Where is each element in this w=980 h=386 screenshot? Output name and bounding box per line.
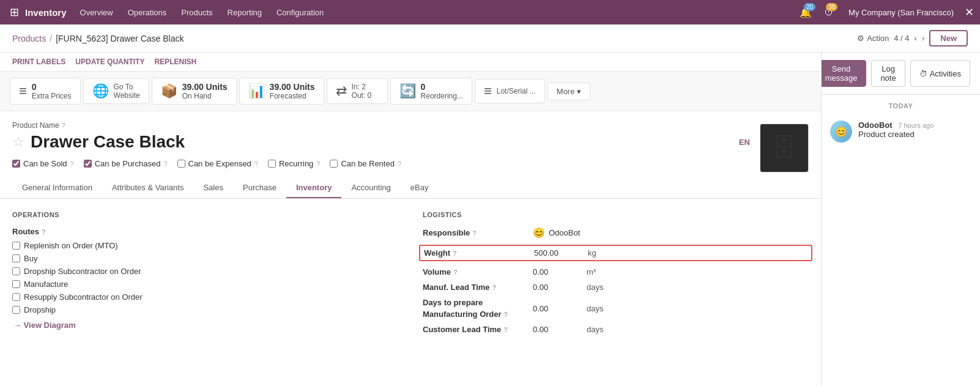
volume-value[interactable]: 0.00 — [533, 267, 582, 277]
inventory-tab-content: OPERATIONS Routes ? Replenish on Order (… — [12, 199, 809, 352]
lot-serial-button[interactable]: ≡ Lot/Serial ... — [475, 79, 545, 103]
right-panel: Send message Log note ⏱ Activities Today… — [821, 53, 980, 386]
list-icon: ≡ — [19, 83, 27, 99]
breadcrumb-bar: Products / [FURN_5623] Drawer Case Black… — [0, 24, 980, 53]
print-labels-button[interactable]: PRINT LABELS — [12, 58, 65, 66]
more-button[interactable]: More ▾ — [548, 83, 590, 100]
in-out-button[interactable]: ⇄ In: 2 Out: 0 — [327, 78, 388, 104]
route-dropship-checkbox[interactable] — [12, 306, 20, 314]
route-resupply-sub-checkbox[interactable] — [12, 293, 20, 301]
nav-products[interactable]: Products — [175, 8, 218, 17]
route-manufacture: Manufacture — [12, 280, 398, 289]
language-badge[interactable]: EN — [739, 138, 750, 147]
today-label: Today — [822, 95, 980, 114]
breadcrumb-parent[interactable]: Products — [12, 34, 46, 43]
operations-title: OPERATIONS — [12, 211, 398, 218]
new-button[interactable]: New — [929, 30, 968, 46]
route-resupply-sub-label: Resupply Subcontractor on Order — [24, 292, 143, 302]
routes-label: Routes — [12, 227, 39, 236]
days-prepare-value[interactable]: 0.00 — [533, 304, 582, 313]
units-forecasted-label: Forecasted — [270, 92, 315, 100]
route-mto-checkbox[interactable] — [12, 242, 20, 250]
nav-reporting[interactable]: Reporting — [221, 8, 268, 17]
units-forecasted-button[interactable]: 📊 39.00 Units Forecasted — [239, 78, 324, 105]
tab-general-information[interactable]: General Information — [12, 178, 102, 198]
tab-purchase[interactable]: Purchase — [233, 178, 286, 198]
out-label: Out: 0 — [352, 91, 372, 100]
reordering-label: Reordering... — [421, 92, 463, 100]
responsible-avatar-icon: 😊 — [533, 227, 545, 239]
route-mto: Replenish on Order (MTO) — [12, 241, 398, 250]
can-be-rented-checkbox[interactable]: Can be Rented ? — [330, 159, 401, 168]
close-icon[interactable]: ✕ — [965, 6, 974, 19]
route-buy: Buy — [12, 254, 398, 263]
customer-lead-field: Customer Lead Time ? 0.00 days — [423, 325, 809, 334]
next-record-button[interactable]: › — [922, 34, 924, 43]
tab-accounting[interactable]: Accounting — [341, 178, 400, 198]
weight-value[interactable]: 500.00 — [534, 248, 583, 258]
log-note-button[interactable]: Log note — [871, 60, 905, 87]
chatter-message: Product created — [858, 130, 934, 139]
activities-button[interactable]: ⏱ Activities — [910, 60, 970, 87]
serial-icon: ≡ — [484, 83, 492, 99]
customer-lead-value[interactable]: 0.00 — [533, 325, 582, 334]
can-be-purchased-checkbox[interactable]: Can be Purchased ? — [84, 159, 168, 168]
tab-ebay[interactable]: eBay — [401, 178, 439, 198]
nav-overview[interactable]: Overview — [74, 8, 119, 17]
goto-website-button[interactable]: 🌐 Go To Website — [83, 78, 149, 104]
can-be-sold-checkbox[interactable]: Can be Sold ? — [12, 159, 74, 168]
responsible-value-row: 😊 OdooBot — [533, 227, 598, 239]
manuf-lead-help-icon[interactable]: ? — [492, 284, 497, 291]
extra-prices-button[interactable]: ≡ 0 Extra Prices — [10, 78, 81, 105]
units-on-hand-button[interactable]: 📦 39.00 Units On Hand — [152, 78, 237, 105]
chatter-body: OdooBot 7 hours ago Product created — [858, 121, 934, 143]
tab-attributes-variants[interactable]: Attributes & Variants — [102, 178, 194, 198]
manuf-lead-label: Manuf. Lead Time — [423, 283, 490, 292]
smart-buttons-bar: ≡ 0 Extra Prices 🌐 Go To Website 📦 39.00… — [0, 72, 821, 111]
route-mto-label: Replenish on Order (MTO) — [24, 241, 118, 250]
units-on-hand-label: On Hand — [182, 92, 228, 100]
manuf-lead-value[interactable]: 0.00 — [533, 283, 582, 292]
product-form: Product Name ? ☆ Drawer Case Black EN Ca… — [0, 111, 821, 352]
route-dropship-sub-checkbox[interactable] — [12, 267, 20, 275]
prev-record-button[interactable]: ‹ — [915, 34, 917, 43]
days-prepare-help-icon[interactable]: ? — [504, 311, 508, 318]
route-manufacture-checkbox[interactable] — [12, 280, 20, 288]
route-buy-checkbox[interactable] — [12, 254, 20, 262]
tab-sales[interactable]: Sales — [193, 178, 233, 198]
recurring-checkbox[interactable]: Recurring ? — [268, 159, 320, 168]
tab-inventory[interactable]: Inventory — [286, 178, 342, 198]
product-name-label: Product Name — [12, 121, 59, 130]
odoobot-avatar: 😊 — [830, 121, 852, 143]
extra-prices-count: 0 — [32, 82, 72, 92]
main-content: PRINT LABELS UPDATE QUANTITY REPLENISH ≡… — [0, 53, 821, 386]
clock-icon[interactable]: ⏱ 38 — [824, 7, 834, 18]
send-message-button[interactable]: Send message — [821, 60, 866, 87]
responsible-help-icon[interactable]: ? — [472, 229, 477, 237]
breadcrumb: Products / [FURN_5623] Drawer Case Black — [12, 34, 184, 43]
product-title: Drawer Case Black — [31, 132, 185, 152]
app-grid-icon[interactable]: ⊞ — [6, 6, 23, 19]
name-help-icon[interactable]: ? — [62, 122, 65, 129]
view-diagram-link[interactable]: → View Diagram — [13, 321, 76, 330]
favorite-icon[interactable]: ☆ — [12, 134, 24, 150]
route-dropship-sub-label: Dropship Subcontractor on Order — [24, 267, 141, 276]
can-be-expensed-checkbox[interactable]: Can be Expensed ? — [177, 159, 258, 168]
routes-help-icon[interactable]: ? — [42, 228, 46, 236]
nav-operations[interactable]: Operations — [122, 8, 173, 17]
nav-configuration[interactable]: Configuration — [270, 8, 330, 17]
manuf-lead-unit: days — [587, 283, 603, 292]
route-dropship-subcontractor: Dropship Subcontractor on Order — [12, 267, 398, 276]
volume-help-icon[interactable]: ? — [453, 269, 458, 276]
action-button[interactable]: ⚙ Action — [857, 34, 889, 43]
replenish-button[interactable]: REPLENISH — [154, 58, 196, 66]
bell-icon[interactable]: 🔔 20 — [800, 7, 812, 18]
update-quantity-button[interactable]: UPDATE QUANTITY — [75, 58, 144, 66]
responsible-value[interactable]: OdooBot — [549, 228, 598, 237]
weight-help-icon[interactable]: ? — [453, 250, 457, 257]
days-prepare-unit: days — [587, 304, 603, 313]
reordering-button[interactable]: 🔄 0 Reordering... — [390, 78, 472, 105]
customer-lead-help-icon[interactable]: ? — [503, 326, 508, 333]
breadcrumb-current: [FURN_5623] Drawer Case Black — [56, 34, 184, 43]
product-image[interactable]: 🗄 — [760, 124, 809, 173]
